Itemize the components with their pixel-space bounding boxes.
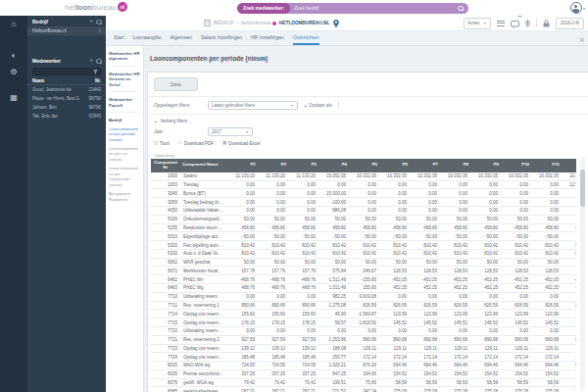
employee-row[interactable]: Jansen, Ben98796 — [27, 103, 106, 112]
col-header-p9[interactable]: P9 — [470, 159, 501, 172]
column-name[interactable]: Naam — [32, 78, 95, 83]
search-scope-label[interactable]: Zoek medewerker: — [237, 3, 290, 14]
breadcrumb-section[interactable]: BEDRIJF — [214, 21, 234, 25]
cell-p5: 876,00 — [349, 362, 379, 370]
menu-item-2[interactable]: Medewerker Payroll — [109, 97, 140, 113]
lock-icon[interactable] — [543, 20, 550, 27]
col-header-p11[interactable]: P11 — [531, 159, 562, 172]
col-header-p2[interactable]: P2 — [258, 159, 288, 172]
tab-overzichten[interactable]: Overzichten — [293, 34, 319, 45]
breadcrumb-company[interactable]: HETLOONBUREAU.NL — [279, 21, 330, 25]
table-row[interactable]: 7723Opslag o/w reserveri..139,12139,1213… — [151, 344, 576, 353]
menu-item-1[interactable]: Medewerker HR Verzuim en Verlof — [109, 72, 140, 92]
chat-button[interactable]: 1 — [511, 15, 519, 32]
table-row[interactable]: 5310Eigenbijdrage auto an..-50,00-50,00-… — [151, 232, 576, 241]
save-as-button[interactable]: + Opslaan als — [304, 103, 332, 109]
period-indicator[interactable]: 2018-2-M — [556, 18, 584, 29]
user-menu[interactable]: ▾ — [570, 2, 585, 14]
table-row[interactable]: 8015WAO-WIA wg724,55724,55724,551.020,21… — [151, 362, 576, 370]
table-row[interactable]: 5320Fisc.bijtelling auto va..810,42810,4… — [151, 241, 576, 250]
col-header-p8[interactable]: P8 — [440, 159, 470, 172]
table-row[interactable]: 8035Premie sectorfonds wg337,25337,25337… — [151, 369, 576, 378]
col-header-p5[interactable]: P5 — [349, 159, 379, 172]
grid-icon[interactable]: ▦ — [10, 94, 18, 102]
paperclip-icon[interactable] — [525, 19, 530, 27]
table-row[interactable]: 7711Res. reservering 1890,66890,66890,66… — [151, 301, 576, 310]
tab-start[interactable]: Start — [114, 34, 124, 45]
table-row[interactable]: 6462PH&C Wn-468,76-468,76-468,76-1.511,4… — [151, 275, 576, 284]
employee-filter-input[interactable] — [32, 68, 101, 75]
table-row[interactable]: 7724Opslag o/w reserveri..185,48185,4818… — [151, 353, 576, 362]
col-header-p6[interactable]: P6 — [379, 159, 410, 172]
page-title: Looncomponenten per periode (nieuw) — [150, 55, 588, 62]
cell-p11: 0,00 — [531, 207, 562, 216]
col-header-component-nr[interactable]: Component Nr — [151, 159, 180, 172]
global-search-input[interactable]: Zoek medewerker: Zoek bedrijf — [237, 3, 468, 14]
collapse-icon[interactable]: ⊖ — [89, 20, 93, 24]
table-row[interactable]: 7720Uitbetaling reserverin..0,000,000,00… — [151, 326, 576, 335]
table-row[interactable]: 5330Auto v. d Zaak Voord..810,42810,4281… — [151, 249, 576, 258]
collapse-icon[interactable]: ⊖ — [89, 59, 93, 64]
funnel-icon[interactable] — [93, 70, 98, 74]
cell-p8: 275,28 — [440, 387, 470, 392]
table-row[interactable]: 1003Toeslag0,000,000,000,000,000,000,000… — [151, 180, 576, 189]
scrollbar-thumb[interactable] — [580, 170, 585, 207]
gear-icon[interactable]: ⚙ — [10, 69, 17, 76]
table-row[interactable]: 7715Opslag o/w reserveri..178,15178,1517… — [151, 318, 576, 327]
col-header-p12[interactable]: P12 — [562, 159, 576, 172]
output-options-row: ◫Toon ⇩Download PDF ▦Download Excel — [154, 141, 582, 146]
menu-item-0[interactable]: Medewerker HR algemeen — [109, 51, 140, 67]
table-row[interactable]: 7721Res. reservering 2927,59927,59927,59… — [151, 335, 576, 344]
col-header-p7[interactable]: P7 — [410, 159, 440, 172]
table-row[interactable]: 4050Uitbetaalde Vakantieu..0,000,000,008… — [151, 207, 576, 216]
cell-p6: 275,28 — [379, 387, 410, 392]
col-header-p10[interactable]: P10 — [501, 159, 531, 172]
table-row[interactable]: 5662WKR geschat50,0050,0050,0050,0050,00… — [151, 258, 576, 267]
menu-item-7[interactable]: Aangepaste Rapporten — [109, 191, 140, 202]
menu-item-6[interactable]: Looncomponenten per run/periode (nieuw) — [109, 166, 140, 187]
tab-algemeen[interactable]: Algemeen — [170, 34, 192, 45]
table-row[interactable]: 1000Salaris11.133,2011.133,2011.133,2015… — [151, 172, 576, 180]
table-row[interactable]: 8075gediff. WGA wg79,4279,4279,42199,517… — [151, 378, 576, 387]
col-header-p3[interactable]: P3 — [288, 159, 318, 172]
dashboard-icon[interactable]: ◐ — [12, 52, 17, 60]
home-icon[interactable]: ⌂ — [12, 21, 17, 28]
table-row[interactable]: 6463PH&C Wg468,76468,76468,761.511,49155… — [151, 284, 576, 293]
col-header-p1[interactable]: P1 — [227, 159, 258, 172]
search-icon[interactable] — [96, 59, 101, 64]
employee-row[interactable]: Pauw - ter Horst, Bea G.98790 — [27, 94, 106, 103]
tab-salaris-instellingen[interactable]: Salaris Instellingen — [201, 34, 242, 45]
tab-options-icon[interactable]: ▤ — [580, 37, 584, 45]
col-header-component-name[interactable]: Component Name — [180, 159, 227, 172]
table-row[interactable]: 8085werkloosheidswet wg287,21287,21287,2… — [151, 387, 576, 392]
year-select[interactable]: 2017 ▼ — [208, 127, 253, 136]
menu-item-4[interactable]: Looncomponenten per periode (nieuw) — [109, 126, 140, 142]
search-icon[interactable] — [96, 20, 101, 24]
tab-hr-instellingen[interactable]: HR Instellingen — [251, 34, 284, 45]
actions-select[interactable]: Acties▼ — [464, 18, 491, 29]
table-row[interactable]: 5100Onkostenvergoeding..50,0050,0050,005… — [151, 215, 576, 223]
table-row[interactable]: 3045Bonus (BT)0,000,000,0015.000,000,000… — [151, 189, 576, 198]
cell-name: Uitbetaling reserverin.. — [180, 326, 227, 335]
menu-icon[interactable] — [497, 21, 505, 26]
employee-row[interactable]: Tak, Erik-Jan63945 — [27, 112, 106, 121]
search-icon[interactable] — [458, 6, 464, 12]
saved-filters-select[interactable]: Laatst gebruikte filters ▼ — [208, 101, 298, 110]
data-button[interactable]: Data — [154, 77, 198, 91]
table-row[interactable]: 5671Werkkosten fiscale ru..157,76157,761… — [151, 267, 576, 275]
company-list-item[interactable]: HetloonBureau.nl 1 — [27, 26, 106, 35]
table-row[interactable]: 7710Uitbetaling reserverin..0,000,000,00… — [151, 292, 576, 301]
table-row[interactable]: 3059Toeslag bedrag (bela..0,000,000,00-1… — [151, 198, 576, 207]
hide-filters-toggle[interactable]: ▲ Verberg filters — [154, 119, 582, 123]
download-pdf-link[interactable]: ⇩Download PDF — [178, 141, 214, 146]
column-nr[interactable]: Nr. — [95, 78, 101, 83]
menu-item-5[interactable]: Looncomponenten per run (nieuw) — [109, 146, 140, 162]
vertical-scrollbar[interactable] — [580, 157, 585, 390]
show-option[interactable]: ◫Toon — [154, 141, 170, 146]
table-row[interactable]: 5155Reiskosten woon-werk458,80458,80458,… — [151, 223, 576, 232]
table-row[interactable]: 7714Opslag o/w reserveri..155,60155,6015… — [151, 310, 576, 318]
col-header-p4[interactable]: P4 — [318, 159, 349, 172]
employee-row[interactable]: Groot, Jeannette de23440 — [27, 85, 106, 94]
download-excel-link[interactable]: ▦Download Excel — [222, 141, 261, 146]
tab-loonaangifte[interactable]: Loonaangifte — [133, 34, 162, 45]
